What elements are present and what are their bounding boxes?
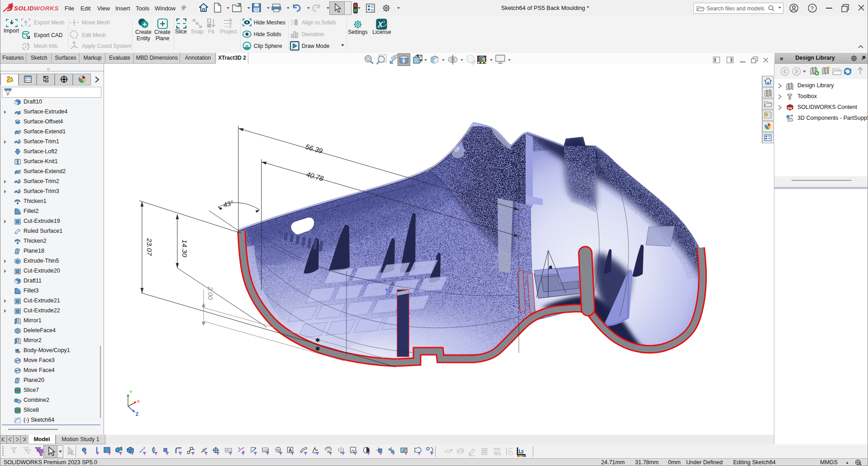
svg-text:X: X [137, 399, 140, 404]
svg-text:56.39: 56.39 [304, 143, 323, 155]
svg-text:23.07: 23.07 [146, 238, 153, 256]
svg-text:SOLIDWORKS: SOLIDWORKS [14, 5, 59, 12]
svg-text:Y: Y [129, 390, 132, 394]
svg-text:103: 103 [263, 449, 269, 452]
svg-text:SW: SW [787, 107, 792, 110]
svg-text:43°: 43° [223, 199, 234, 209]
svg-text:Z: Z [136, 412, 138, 417]
svg-text:2.00: 2.00 [207, 286, 214, 300]
svg-text:2: 2 [383, 20, 385, 24]
svg-text:N: N [277, 448, 280, 452]
svg-text:14.30: 14.30 [181, 240, 189, 257]
svg-text:40.78: 40.78 [305, 170, 324, 183]
svg-text:✱: ✱ [315, 345, 320, 352]
svg-text:✱: ✱ [315, 337, 320, 344]
svg-text:?: ? [811, 5, 814, 12]
svg-text:A: A [289, 448, 292, 453]
